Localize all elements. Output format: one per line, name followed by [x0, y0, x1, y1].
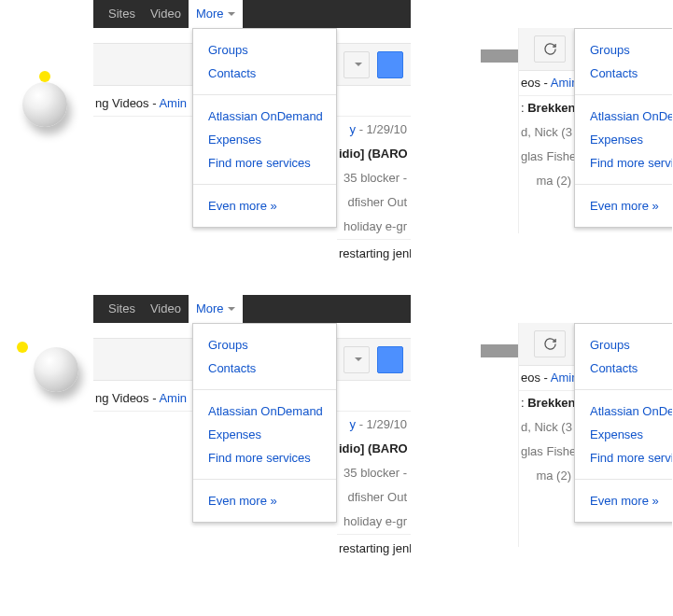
- msg-snippet: dfisher Out: [347, 195, 407, 209]
- more-menu: Groups Contacts Atlassian OnDemand Expen…: [192, 28, 337, 228]
- message-row[interactable]: eos - Amin: [519, 366, 575, 391]
- msg-sender: Brekken: [527, 396, 575, 410]
- message-row[interactable]: dfisher Out: [337, 190, 411, 215]
- menu-item-atlassian[interactable]: Atlassian OnDemand: [575, 105, 672, 128]
- compose-button[interactable]: [377, 51, 403, 78]
- menu-item-contacts[interactable]: Contacts: [193, 357, 336, 380]
- menu-item-findmore[interactable]: Find more services: [193, 446, 336, 469]
- message-row[interactable]: : Brekken: [519, 96, 575, 120]
- msg-sender[interactable]: Amin: [159, 391, 187, 405]
- msg-text: eos -: [521, 76, 551, 90]
- compose-button[interactable]: [377, 346, 403, 373]
- menu-item-groups[interactable]: Groups: [193, 38, 336, 62]
- more-menu: Groups Contacts Atlassian OnDemand Expen…: [574, 323, 672, 523]
- menu-item-contacts[interactable]: Contacts: [575, 357, 672, 380]
- msg-text: ng Videos -: [95, 96, 159, 110]
- menu-item-groups[interactable]: Groups: [575, 333, 672, 357]
- nav-more[interactable]: More: [189, 0, 243, 28]
- message-row[interactable]: y - 1/29/10: [337, 118, 411, 142]
- msg-snippet: holiday e-gr: [344, 219, 407, 233]
- refresh-icon: [543, 42, 557, 56]
- more-actions-button[interactable]: [344, 51, 370, 78]
- menu-item-evenmore[interactable]: Even more »: [193, 194, 336, 217]
- nav-sites[interactable]: Sites: [101, 0, 143, 28]
- msg-snippet: glas Fishe: [521, 149, 575, 163]
- msg-date: - 1/29/10: [356, 417, 407, 431]
- msg-snippet: holiday e-gr: [344, 514, 407, 528]
- message-row[interactable]: 35 blocker -: [337, 461, 411, 485]
- message-row[interactable]: d, Nick (3: [519, 120, 575, 145]
- message-row[interactable]: d, Nick (3: [519, 415, 575, 440]
- sphere-icon: [22, 82, 67, 127]
- message-row[interactable]: 35 blocker -: [337, 166, 411, 190]
- message-row[interactable]: holiday e-gr: [337, 215, 411, 239]
- more-actions-button[interactable]: [344, 346, 370, 373]
- nav-video[interactable]: Video: [143, 295, 189, 323]
- nav-more-label: More: [196, 295, 224, 323]
- caret-down-icon: [228, 12, 235, 16]
- menu-item-expenses[interactable]: Expenses: [193, 423, 336, 446]
- message-row[interactable]: ma (2): [519, 464, 575, 488]
- menu-item-findmore[interactable]: Find more services: [575, 151, 672, 175]
- msg-subject: idio] (BARO: [339, 147, 408, 161]
- nav-video[interactable]: Video: [143, 0, 189, 28]
- more-menu: Groups Contacts Atlassian OnDemand Expen…: [574, 28, 672, 228]
- menu-item-atlassian[interactable]: Atlassian OnDemand: [193, 105, 336, 128]
- caret-down-icon: [228, 307, 235, 311]
- message-row[interactable]: idio] (BARO: [337, 142, 411, 166]
- message-row[interactable]: glas Fishe: [519, 440, 575, 464]
- menu-item-contacts[interactable]: Contacts: [575, 62, 672, 85]
- menu-item-groups[interactable]: Groups: [575, 38, 672, 62]
- message-row[interactable]: y - 1/29/10: [337, 413, 411, 437]
- refresh-button[interactable]: [534, 35, 566, 63]
- more-menu: Groups Contacts Atlassian OnDemand Expen…: [192, 323, 337, 523]
- message-row[interactable]: : Brekken: [519, 391, 575, 415]
- menu-item-expenses[interactable]: Expenses: [193, 128, 336, 151]
- menu-item-expenses[interactable]: Expenses: [575, 128, 672, 151]
- msg-snippet: d, Nick (3: [521, 125, 572, 139]
- msg-sender[interactable]: Amin: [159, 96, 187, 110]
- menu-item-atlassian[interactable]: Atlassian OnDemand: [575, 399, 672, 423]
- nav-sites[interactable]: Sites: [101, 295, 143, 323]
- menu-item-expenses[interactable]: Expenses: [575, 423, 672, 446]
- msg-date: - 1/29/10: [356, 122, 407, 136]
- caret-down-icon: [355, 357, 362, 361]
- menu-item-evenmore[interactable]: Even more »: [575, 489, 672, 512]
- menu-item-evenmore[interactable]: Even more »: [575, 194, 672, 217]
- msg-snippet: d, Nick (3: [521, 420, 572, 434]
- message-row[interactable]: restarting jenkins - Th: [337, 239, 411, 266]
- menu-item-contacts[interactable]: Contacts: [193, 62, 336, 85]
- message-row[interactable]: ma (2): [519, 169, 575, 193]
- yellow-dot: [39, 71, 50, 82]
- yellow-dot: [17, 342, 28, 353]
- msg-sender: Amin: [551, 76, 575, 90]
- sphere-icon: [34, 347, 78, 392]
- msg-snippet: ma (2): [536, 174, 571, 188]
- message-row[interactable]: holiday e-gr: [337, 510, 411, 534]
- msg-snippet: 35 blocker -: [344, 466, 407, 480]
- nav-more-label: More: [196, 0, 224, 28]
- msg-snippet: glas Fishe: [521, 444, 575, 458]
- msg-subject: idio] (BARO: [339, 441, 408, 455]
- menu-item-groups[interactable]: Groups: [193, 333, 336, 357]
- message-row[interactable]: glas Fishe: [519, 145, 575, 169]
- menu-item-atlassian[interactable]: Atlassian OnDemand: [193, 399, 336, 423]
- msg-subject: restarting jenkins: [339, 246, 411, 260]
- menu-item-findmore[interactable]: Find more services: [193, 151, 336, 175]
- msg-sender: Amin: [551, 371, 575, 385]
- msg-text: ng Videos -: [95, 391, 159, 405]
- caret-down-icon: [355, 63, 362, 66]
- message-row[interactable]: idio] (BARO: [337, 437, 411, 461]
- msg-text: eos -: [521, 371, 551, 385]
- msg-sender: Brekken: [527, 101, 575, 115]
- menu-item-findmore[interactable]: Find more services: [575, 446, 672, 469]
- message-row[interactable]: restarting jenkins - Th: [337, 534, 411, 561]
- nav-more[interactable]: More: [189, 295, 243, 323]
- message-row[interactable]: eos - Amin: [519, 71, 575, 96]
- message-row[interactable]: dfisher Out: [337, 485, 411, 510]
- menu-item-evenmore[interactable]: Even more »: [193, 489, 336, 512]
- msg-snippet: dfisher Out: [347, 490, 407, 504]
- refresh-button[interactable]: [534, 330, 566, 357]
- msg-subject: restarting jenkins: [339, 541, 411, 555]
- refresh-icon: [543, 337, 557, 351]
